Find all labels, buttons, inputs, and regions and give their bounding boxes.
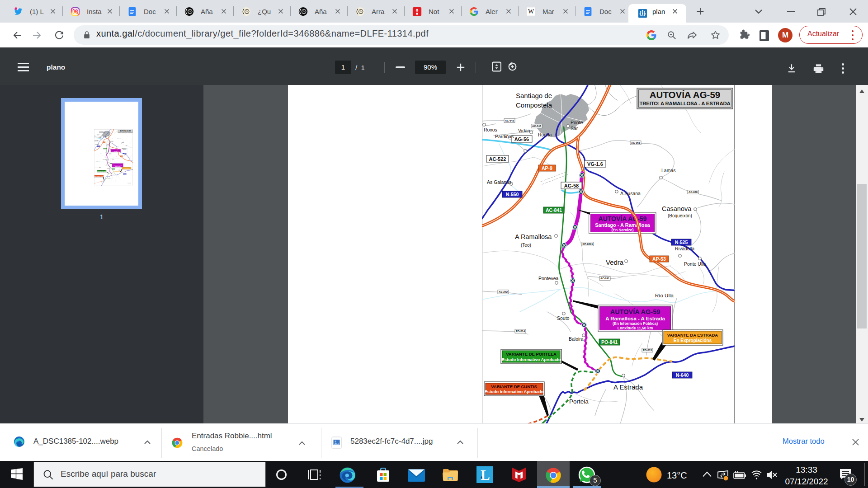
svg-text:Casanova: Casanova (662, 205, 692, 212)
svg-text:Estudo Informativo Aprobado: Estudo Informativo Aprobado (485, 389, 544, 394)
svg-text:(En Servizo): (En Servizo) (611, 228, 633, 232)
svg-text:Santiago de: Santiago de (516, 92, 552, 99)
svg-text:AC-841: AC-841 (546, 207, 562, 213)
svg-text:A Susana: A Susana (620, 191, 641, 196)
svg-text:Baloira: Baloira (569, 336, 584, 342)
svg-text:Roxos: Roxos (484, 127, 497, 132)
svg-text:W: W (528, 8, 534, 15)
svg-text:VG-1.6: VG-1.6 (587, 161, 603, 167)
svg-text:AP-9: AP-9 (542, 165, 552, 171)
svg-text:Souto: Souto (557, 315, 570, 321)
svg-text:AG-58: AG-58 (564, 183, 579, 188)
svg-text:Río Ulla: Río Ulla (655, 293, 674, 298)
svg-text:AC-961: AC-961 (631, 141, 641, 144)
svg-text:Santiago - A Ramallosa: Santiago - A Ramallosa (595, 222, 650, 228)
svg-text:AUTOVÍA AG-59: AUTOVÍA AG-59 (599, 215, 647, 222)
svg-text:AUTOVÍA AG-59: AUTOVÍA AG-59 (610, 308, 660, 315)
svg-text:Estudo Informativo Aprobado: Estudo Informativo Aprobado (502, 357, 561, 362)
svg-text:Vidán: Vidán (518, 128, 530, 133)
svg-text:N-550: N-550 (506, 192, 519, 197)
svg-text:A Estrada: A Estrada (613, 383, 643, 391)
svg-text:AG-56: AG-56 (514, 136, 529, 142)
svg-text:AC-548: AC-548 (532, 125, 542, 127)
svg-text:A Ramallosa - A Estrada: A Ramallosa - A Estrada (605, 316, 665, 321)
svg-text:AC-241: AC-241 (600, 277, 610, 280)
svg-text:AUTOVÍA AG-59: AUTOVÍA AG-59 (650, 89, 720, 100)
svg-text:DP-0201: DP-0201 (583, 243, 594, 245)
svg-text:PO-841: PO-841 (601, 339, 618, 345)
svg-text:(En Información Pública): (En Información Pública) (613, 321, 658, 326)
svg-text:TREITO: A RAMALLOSA - A ESTRAD: TREITO: A RAMALLOSA - A ESTRADA (640, 101, 731, 106)
svg-text:Portela: Portela (569, 398, 589, 405)
svg-text:Rivadulla: Rivadulla (675, 246, 694, 251)
svg-text:PO-214: PO-214 (516, 330, 525, 333)
svg-text:As Galanas: As Galanas (487, 179, 511, 185)
svg-text:Compostela: Compostela (516, 101, 552, 109)
svg-text:AC-960: AC-960 (689, 191, 698, 193)
svg-text:AP-53: AP-53 (652, 256, 666, 262)
svg-text:Lonxitude 11,50 km: Lonxitude 11,50 km (618, 326, 653, 330)
svg-text:(Teo): (Teo) (521, 243, 531, 248)
svg-text:N-525: N-525 (675, 239, 688, 245)
svg-text:Pardiñas: Pardiñas (495, 134, 514, 139)
svg-text:Sar: Sar (571, 126, 578, 131)
svg-text:Rocha: Rocha (538, 132, 552, 137)
svg-text:Ponte: Ponte (571, 120, 583, 125)
svg-text:N-640: N-640 (676, 372, 689, 378)
svg-text:VARIANTE DE CUNTIS: VARIANTE DE CUNTIS (491, 384, 537, 389)
svg-text:PO-213: PO-213 (643, 349, 652, 352)
svg-text:VARIANTE DA ESTRADA: VARIANTE DA ESTRADA (667, 333, 718, 338)
svg-text:Pontevea: Pontevea (538, 276, 559, 281)
svg-text:Lamas: Lamas (661, 168, 676, 173)
svg-text:En Expropiacións: En Expropiacións (674, 338, 712, 343)
svg-text:AC-643: AC-643 (505, 119, 514, 122)
svg-text:AC-242: AC-242 (499, 291, 508, 293)
svg-text:(Boqueixón): (Boqueixón) (668, 213, 692, 218)
svg-text:A Ramallosa: A Ramallosa (515, 233, 552, 240)
svg-text:AC-522: AC-522 (489, 156, 506, 162)
svg-text:Vedra: Vedra (606, 258, 624, 266)
svg-text:Ponte Ulla: Ponte Ulla (684, 261, 706, 267)
svg-text:VARIANTE DE PORTELA: VARIANTE DE PORTELA (506, 352, 557, 357)
